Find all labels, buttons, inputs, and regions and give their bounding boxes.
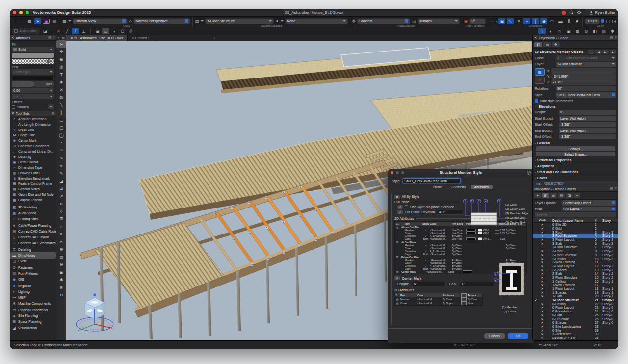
class-cell[interactable]: <Structural M...	[417, 298, 443, 301]
design-layer-row[interactable]: ✕ 3-Slab 6 Story-3	[533, 241, 618, 245]
pen-style-cell[interactable]: Solid	[448, 270, 463, 273]
shadow-settings-icon[interactable]: ↩	[48, 104, 54, 109]
fill-style-cell[interactable]: By Class	[506, 229, 518, 232]
design-layer-row[interactable]: ✕ 1-Spaces 19 Story-1	[533, 290, 618, 294]
design-layer-row[interactable]: ✕ 0-Slab 25 Story-0	[533, 313, 618, 317]
dialog-minimize-button[interactable]	[396, 171, 399, 174]
zoom-field[interactable]: 100%	[585, 18, 600, 24]
basic-tool[interactable]: ▤	[56, 253, 66, 261]
elevation-value[interactable]: 0"	[559, 110, 616, 115]
grid-coords-icon[interactable]: ⊞	[535, 77, 545, 84]
tool-item[interactable]: ⌒ Arc Length Dimension	[10, 122, 56, 127]
layer-visibility-cell[interactable]: ✕	[539, 306, 546, 309]
object-info-tab[interactable]: ✥	[552, 42, 560, 47]
design-layer-row[interactable]: ✕ 0-Grid 2	[533, 227, 618, 231]
tool-sets-palette-header[interactable]: ✕ Tool Sets ▤	[10, 111, 56, 116]
next-object-button[interactable]: ▶	[602, 50, 609, 54]
more-options-button[interactable]: •••	[588, 50, 594, 54]
design-layer-row[interactable]: ✓ 1-Floor Structure 21 Story-1	[533, 298, 618, 302]
layer-visibility-cell[interactable]: ✕	[539, 329, 546, 332]
collapsed-section[interactable]: ›Structural Properties	[533, 157, 618, 163]
render-style-select[interactable]: <None>	[418, 18, 460, 24]
show-cell[interactable]: ✓	[422, 259, 430, 261]
tool-item[interactable]: ▤ General Notes	[10, 186, 56, 192]
col-class[interactable]: Class	[417, 294, 443, 297]
workspace-icon[interactable]: ▣	[43, 19, 50, 24]
tool-item[interactable]: ⊿ Constrain Coincident	[10, 143, 56, 149]
basic-tool[interactable]: ▢	[56, 124, 66, 132]
zoom-window-button[interactable]	[26, 11, 29, 14]
fill-style-select[interactable]: Solid	[12, 47, 54, 52]
navigation-mode-icon[interactable]: ◧	[542, 193, 549, 198]
layer-select[interactable]: 1-Floor Structure	[205, 18, 274, 24]
basic-tool[interactable]: ✱	[56, 276, 66, 284]
dialog-tab[interactable]: Attributes	[471, 185, 493, 189]
plan-rotation-field[interactable]: 0°	[469, 18, 486, 24]
design-layer-row[interactable]: ✕ Details 3" = 1'0" 31	[533, 336, 618, 340]
attributes-cell[interactable]: By Object	[443, 302, 461, 305]
x-field[interactable]	[551, 68, 616, 74]
basic-tool[interactable]: ◈	[56, 78, 66, 86]
class-cell[interactable]: <Structural M...	[430, 247, 452, 250]
render-option-icon[interactable]: ▥	[600, 28, 607, 34]
show-cell[interactable]: Both	[422, 267, 430, 270]
layer-visibility-cell[interactable]: ✕	[539, 249, 546, 253]
filter-select[interactable]: <All Layers>	[562, 207, 616, 212]
design-layer-row[interactable]: ✕ 0-Site-2D 1	[533, 223, 618, 227]
elevation-value[interactable]: Layer Wall Height	[559, 116, 616, 121]
cpe-field[interactable]: 4'0"	[437, 210, 463, 215]
close-icon[interactable]: ✕	[11, 36, 14, 40]
basic-tool[interactable]: ▣	[56, 268, 66, 276]
basic-tool[interactable]: ◍	[56, 94, 66, 102]
settings-button[interactable]: Settings...	[536, 146, 615, 151]
pen-style-cell[interactable]: Line Type	[452, 237, 466, 240]
tool-set-group[interactable]: ⊶ MEP	[10, 294, 56, 300]
fill-style-cell[interactable]: By Class	[506, 247, 518, 250]
basic-tool[interactable]: ⊕	[56, 246, 66, 254]
tool-item[interactable]: ↔ Constrained Linear Di...	[10, 149, 56, 154]
snap-icon[interactable]: ▬	[557, 18, 564, 24]
collapsed-section[interactable]: ›Cover	[533, 175, 618, 181]
design-layers-table-header[interactable]: Visib... Design Layer Name # Story	[533, 218, 618, 223]
layer-visibility-cell[interactable]: ✕	[539, 257, 546, 260]
constraint-mode-icon[interactable]: ╱	[63, 28, 71, 34]
pen-opacity-slider[interactable]: 50%	[12, 81, 54, 87]
selection-mode-icon[interactable]: ▣	[94, 28, 101, 34]
all-by-style-toggle[interactable]: ⇄	[394, 195, 400, 199]
class-cell[interactable]: A_Zz-Structur...	[430, 250, 452, 253]
workspace-icon[interactable]: ▦	[26, 18, 33, 24]
design-layer-row[interactable]: ✕ 2-Roof 8 Story-2	[533, 249, 618, 253]
pen-color-cell[interactable]	[463, 270, 474, 273]
back-button[interactable]: ←	[12, 18, 16, 24]
constraint-mode-icon[interactable]: ⊥	[80, 28, 87, 34]
close-window-button[interactable]	[13, 11, 16, 14]
design-layer-row[interactable]: ✕ 0-Floor Layout 23 Story-0	[533, 306, 618, 310]
class-cell[interactable]: <Structural M...	[430, 244, 452, 247]
line-type-cell[interactable]: VW-0...	[478, 237, 492, 240]
snap-icon[interactable]: ✕	[515, 18, 522, 24]
design-layer-row[interactable]: ✕ 1-Slab 20 Story-1	[533, 294, 618, 298]
number-column-header[interactable]: #	[595, 219, 602, 222]
design-layer-row[interactable]: ✕ 2-Slab 14 Story-2	[533, 272, 618, 276]
dialog-tab[interactable]: Profile	[429, 185, 446, 189]
prev-object-button[interactable]: ◀	[595, 50, 602, 54]
design-layer-row[interactable]: ✕ 0-Site 29	[533, 328, 618, 332]
selection-mode-icon[interactable]: ▭	[102, 28, 109, 34]
render-mode-select[interactable]: Shaded	[357, 18, 410, 24]
basic-tool[interactable]: ∿	[56, 155, 66, 162]
class-select[interactable]: A_EF-Structure-Deck-Joist	[556, 55, 616, 61]
saved-views-icon[interactable]: ▦	[62, 18, 67, 24]
navigation-header[interactable]: Navigation - Design Layers ▤?	[533, 186, 618, 192]
elevation-value[interactable]: Layer Wall Height	[559, 128, 616, 133]
col-b[interactable]: B...	[395, 223, 400, 225]
design-layer-row[interactable]: ✕ 2-Floor Structure 15 Story-2	[533, 276, 618, 280]
tool-set-group[interactable]: ◪ Visualization	[10, 325, 56, 331]
snap-icon[interactable]: ◆	[540, 18, 547, 24]
pen-style-cell[interactable]: By Class	[452, 247, 466, 250]
object-info-tab[interactable]: ◧	[534, 42, 542, 47]
dialog-close-button[interactable]	[391, 171, 393, 174]
line-type-select[interactable]: —·—	[12, 94, 54, 99]
visibility-column-header[interactable]: Visib...	[539, 219, 546, 222]
tool-item[interactable]: ▦ Feature Control Frame	[10, 181, 56, 186]
class-cell[interactable]: A_Zz-Structur...	[430, 234, 452, 237]
